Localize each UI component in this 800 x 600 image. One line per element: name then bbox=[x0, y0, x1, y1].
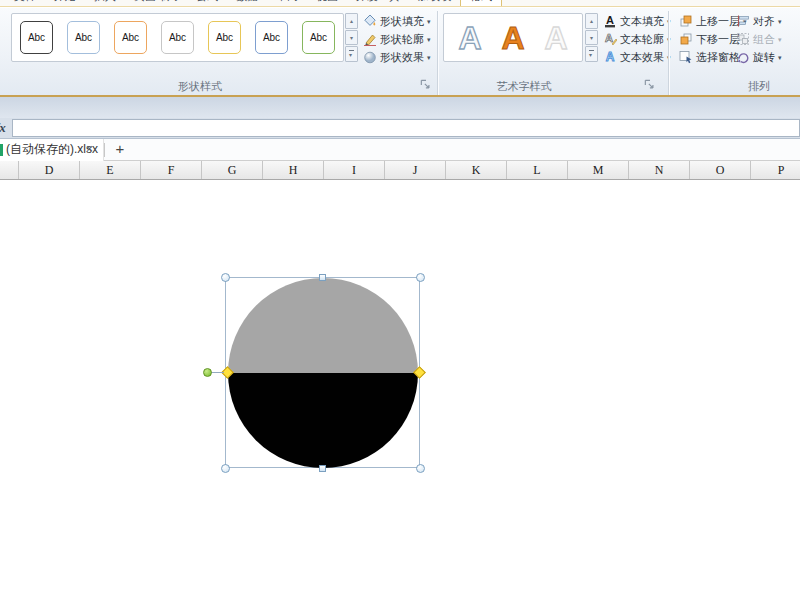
column-header-row: D E F G H I J K L M N O P bbox=[0, 161, 800, 180]
tab-page-layout[interactable]: 页面布局 bbox=[125, 0, 187, 6]
text-fill-icon: A bbox=[603, 14, 617, 28]
selection-pane-icon bbox=[679, 50, 693, 64]
column-header-partial[interactable] bbox=[0, 161, 19, 179]
column-header-L[interactable]: L bbox=[507, 161, 568, 179]
svg-text:A: A bbox=[458, 20, 481, 56]
wordart-gallery: A A A bbox=[443, 13, 583, 62]
chrome-strip bbox=[0, 97, 800, 118]
ribbon-tab-bar: 文件 开始 插入 页面布局 公式 数据 审阅 视图 开发工具 加载项 格式 bbox=[0, 0, 800, 7]
text-effects-button[interactable]: A 文本效果 ▾ bbox=[601, 48, 673, 66]
column-header-O[interactable]: O bbox=[690, 161, 751, 179]
column-header-H[interactable]: H bbox=[263, 161, 324, 179]
shape-effects-label: 形状效果 bbox=[380, 50, 424, 65]
tab-addins[interactable]: 加载项 bbox=[409, 0, 460, 6]
column-header-E[interactable]: E bbox=[80, 161, 141, 179]
text-fill-label: 文本填充 bbox=[620, 14, 664, 29]
tab-insert[interactable]: 插入 bbox=[85, 0, 125, 6]
shape-fill-button[interactable]: 形状填充 ▾ bbox=[361, 12, 433, 30]
column-header-P[interactable]: P bbox=[751, 161, 800, 179]
resize-handle-top-right[interactable] bbox=[416, 273, 425, 282]
shape-styles-group-label: 形状样式 bbox=[100, 79, 300, 93]
resize-handle-top-middle[interactable] bbox=[319, 274, 326, 281]
align-button[interactable]: 对齐 ▾ bbox=[734, 12, 784, 30]
shape-effects-button[interactable]: 形状效果 ▾ bbox=[361, 48, 433, 66]
gallery-more-icon[interactable]: ▾ bbox=[345, 46, 358, 62]
rotate-handle[interactable] bbox=[203, 368, 212, 377]
dropdown-caret-icon: ▾ bbox=[778, 17, 782, 26]
rotate-button[interactable]: 旋转 ▾ bbox=[734, 48, 784, 66]
tab-review[interactable]: 审阅 bbox=[267, 0, 307, 6]
tab-formulas[interactable]: 公式 bbox=[187, 0, 227, 6]
text-outline-icon: A bbox=[603, 32, 617, 46]
gallery-scroll-down-icon[interactable]: ▾ bbox=[345, 30, 358, 46]
column-header-G[interactable]: G bbox=[202, 161, 263, 179]
wordart-styles-dialog-launcher-icon[interactable] bbox=[643, 78, 657, 92]
shape-styles-gallery: Abc Abc Abc Abc Abc Abc Abc bbox=[11, 13, 344, 62]
shape-style-preset-1[interactable]: Abc bbox=[20, 21, 53, 54]
wordart-style-3[interactable]: A bbox=[540, 16, 572, 60]
sphere-icon bbox=[363, 50, 377, 64]
group-button[interactable]: 组合 ▾ bbox=[734, 30, 784, 48]
wordart-style-2[interactable]: A bbox=[497, 16, 529, 60]
shape-styles-dialog-launcher-icon[interactable] bbox=[419, 78, 433, 92]
shape-style-preset-3[interactable]: Abc bbox=[114, 21, 147, 54]
column-header-J[interactable]: J bbox=[385, 161, 446, 179]
dropdown-caret-icon: ▾ bbox=[427, 53, 431, 62]
group-separator bbox=[668, 11, 669, 95]
close-tab-icon[interactable]: × bbox=[86, 139, 93, 160]
new-tab-button[interactable]: + bbox=[110, 139, 130, 161]
group-objects-icon bbox=[736, 32, 750, 46]
shape-style-preset-7[interactable]: Abc bbox=[302, 21, 335, 54]
shape-style-preset-6[interactable]: Abc bbox=[255, 21, 288, 54]
column-header-K[interactable]: K bbox=[446, 161, 507, 179]
group-separator bbox=[437, 11, 438, 95]
column-header-M[interactable]: M bbox=[568, 161, 629, 179]
tab-home[interactable]: 开始 bbox=[45, 0, 85, 6]
shape-style-preset-4[interactable]: Abc bbox=[161, 21, 194, 54]
resize-handle-bottom-right[interactable] bbox=[416, 464, 425, 473]
resize-handle-bottom-left[interactable] bbox=[221, 464, 230, 473]
text-outline-label: 文本轮廓 bbox=[620, 32, 664, 47]
shape-style-preset-2[interactable]: Abc bbox=[67, 21, 100, 54]
align-icon bbox=[736, 14, 750, 28]
text-fill-button[interactable]: A 文本填充 ▾ bbox=[601, 12, 673, 30]
formula-input[interactable] bbox=[12, 119, 800, 137]
dropdown-caret-icon: ▾ bbox=[427, 17, 431, 26]
tab-data[interactable]: 数据 bbox=[227, 0, 267, 6]
ribbon: Abc Abc Abc Abc Abc Abc Abc ▴ ▾ ▾ 形状填充 ▾… bbox=[0, 8, 800, 97]
shape-fill-label: 形状填充 bbox=[380, 14, 424, 29]
tab-view[interactable]: 视图 bbox=[307, 0, 347, 6]
column-header-F[interactable]: F bbox=[141, 161, 202, 179]
column-header-D[interactable]: D bbox=[19, 161, 80, 179]
tab-file[interactable]: 文件 bbox=[5, 0, 45, 6]
dropdown-caret-icon: ▾ bbox=[778, 53, 782, 62]
column-header-I[interactable]: I bbox=[324, 161, 385, 179]
resize-handle-top-left[interactable] bbox=[221, 273, 230, 282]
wordart-gallery-scroll: ▴ ▾ ▾ bbox=[585, 13, 598, 62]
text-outline-button[interactable]: A 文本轮廓 ▾ bbox=[601, 30, 673, 48]
wordart-style-1[interactable]: A bbox=[454, 16, 486, 60]
document-tab-active[interactable]: (自动保存的).xlsx × bbox=[0, 139, 104, 161]
rotate-icon bbox=[736, 50, 750, 64]
gallery-scroll-up-icon[interactable]: ▴ bbox=[585, 13, 598, 29]
send-backward-icon bbox=[679, 32, 693, 46]
shape-outline-button[interactable]: 形状轮廓 ▾ bbox=[361, 30, 433, 48]
shape-style-preset-5[interactable]: Abc bbox=[208, 21, 241, 54]
gallery-scroll-down-icon[interactable]: ▾ bbox=[585, 30, 598, 46]
tab-developer[interactable]: 开发工具 bbox=[347, 0, 409, 6]
gallery-scroll-up-icon[interactable]: ▴ bbox=[345, 13, 358, 29]
document-tab-label: (自动保存的).xlsx bbox=[6, 139, 98, 160]
tab-format-active[interactable]: 格式 bbox=[460, 0, 502, 6]
svg-text:A: A bbox=[606, 14, 614, 26]
column-header-N[interactable]: N bbox=[629, 161, 690, 179]
gallery-more-icon[interactable]: ▾ bbox=[585, 46, 598, 62]
pencil-icon bbox=[363, 32, 377, 46]
file-icon bbox=[0, 144, 3, 156]
sheet-canvas[interactable] bbox=[0, 180, 800, 600]
text-format-buttons: A 文本填充 ▾ A 文本轮廓 ▾ A 文本效果 ▾ bbox=[601, 12, 673, 66]
resize-handle-bottom-middle[interactable] bbox=[319, 465, 326, 472]
selected-shape-circle[interactable] bbox=[228, 278, 418, 468]
fx-icon[interactable]: fx bbox=[0, 120, 6, 136]
excel-window: 文件 开始 插入 页面布局 公式 数据 审阅 视图 开发工具 加载项 格式 Ab… bbox=[0, 0, 800, 600]
wordart-styles-group-label: 艺术字样式 bbox=[444, 79, 604, 93]
